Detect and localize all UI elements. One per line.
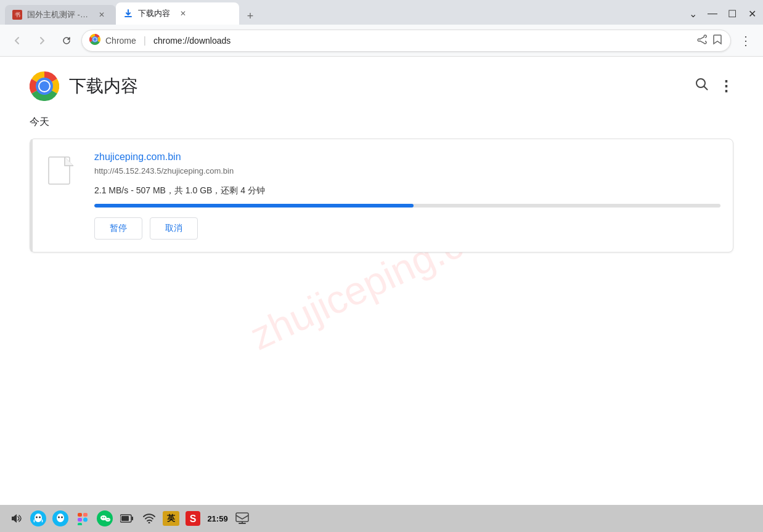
tab-active-label: 下载内容 (138, 8, 170, 19)
tab-close-inactive[interactable]: ✕ (96, 9, 107, 20)
tab-inactive[interactable]: 书 国外主机测评 - 国外 ✕ (5, 5, 116, 25)
page-title: 下载内容 (69, 75, 138, 98)
svg-point-35 (149, 522, 150, 524)
taskbar-wechat-icon[interactable] (96, 510, 113, 527)
download-status: 2.1 MB/s - 507 MB，共 1.0 GB，还剩 4 分钟 (94, 185, 720, 196)
svg-point-29 (104, 517, 105, 518)
svg-point-12 (36, 517, 38, 518)
section-today: 今天 (30, 116, 733, 129)
minimize-button[interactable]: — (706, 7, 719, 20)
download-url: http://45.152.243.5/zhujiceping.com.bin (94, 166, 720, 175)
tab-active[interactable]: 下载内容 ✕ (116, 2, 239, 25)
taskbar: 英 S 21:59 (0, 505, 763, 532)
taskbar-qq-icon-2[interactable] (52, 510, 69, 527)
tab-close-active[interactable]: ✕ (177, 8, 189, 19)
svg-rect-20 (78, 513, 82, 517)
svg-point-14 (36, 519, 41, 522)
taskbar-time: 21:59 (206, 514, 229, 523)
new-tab-button[interactable]: + (242, 7, 259, 25)
titlebar: 书 国外主机测评 - 国外 ✕ 下载内容 ✕ + ⌄ — ☐ ✕ (0, 0, 763, 25)
progress-bar-container (94, 204, 720, 208)
bookmark-icon[interactable] (712, 34, 723, 47)
taskbar-qq-icon-1[interactable] (30, 510, 47, 527)
svg-rect-21 (83, 513, 88, 517)
tab-inactive-label: 国外主机测评 - 国外 (27, 9, 89, 20)
address-favicon (89, 34, 100, 47)
taskbar-language-badge[interactable]: 英 (163, 511, 179, 526)
address-bar-actions (696, 34, 723, 47)
reload-button[interactable] (57, 31, 76, 50)
svg-rect-33 (121, 516, 129, 521)
share-icon[interactable] (696, 34, 707, 47)
navbar: Chrome | chrome://downloads ⋮ (0, 25, 763, 57)
svg-point-31 (108, 519, 110, 520)
search-button[interactable] (695, 78, 709, 95)
forward-button[interactable] (32, 31, 52, 50)
download-actions: 暂停 取消 (94, 217, 720, 240)
svg-rect-38 (236, 513, 248, 522)
svg-point-19 (58, 519, 63, 522)
download-card: zhujiceping.com.bin http://45.152.243.5/… (30, 139, 733, 252)
svg-rect-22 (78, 518, 82, 522)
card-left-border (30, 139, 33, 252)
address-separator: | (144, 35, 146, 46)
taskbar-wifi-icon[interactable] (141, 510, 158, 527)
downloads-page: zhujiceping.com 下载内容 ⋮ 今天 (0, 57, 763, 505)
svg-point-13 (39, 517, 41, 518)
chevron-down-icon[interactable]: ⌄ (687, 7, 699, 20)
progress-bar-fill (94, 204, 414, 208)
page-actions: ⋮ (695, 78, 733, 95)
svg-text:S: S (190, 514, 197, 524)
svg-point-3 (93, 38, 96, 41)
svg-point-23 (83, 518, 88, 522)
back-button[interactable] (7, 31, 27, 50)
svg-point-27 (105, 518, 110, 522)
address-url-text: chrome://downloads (153, 36, 231, 46)
close-button[interactable]: ✕ (746, 7, 758, 20)
taskbar-battery-icon[interactable] (118, 510, 136, 527)
tab-favicon-active (123, 9, 133, 18)
taskbar-sogou-icon[interactable]: S (184, 510, 202, 527)
svg-point-18 (61, 517, 63, 518)
svg-rect-24 (78, 523, 82, 525)
svg-point-17 (58, 517, 60, 518)
taskbar-notification-button[interactable] (234, 510, 251, 527)
taskbar-figma-icon[interactable] (74, 510, 91, 527)
download-filename[interactable]: zhujiceping.com.bin (94, 151, 720, 163)
address-bar[interactable]: Chrome | chrome://downloads (81, 30, 731, 52)
address-brand-text: Chrome (105, 36, 136, 46)
svg-point-28 (102, 517, 104, 518)
svg-point-7 (39, 81, 49, 91)
page-header: 下载内容 ⋮ (30, 71, 733, 101)
file-icon (43, 151, 80, 195)
pause-button[interactable]: 暂停 (94, 217, 142, 240)
download-info: zhujiceping.com.bin http://45.152.243.5/… (94, 151, 720, 240)
tab-favicon-inactive: 书 (12, 10, 22, 20)
more-options-button[interactable]: ⋮ (719, 78, 733, 95)
maximize-button[interactable]: ☐ (726, 7, 738, 20)
taskbar-sound-icon[interactable] (7, 510, 25, 527)
window-controls: ⌄ — ☐ ✕ (687, 7, 758, 20)
cancel-button[interactable]: 取消 (150, 217, 198, 240)
svg-point-30 (107, 519, 108, 520)
chrome-logo (30, 71, 59, 101)
svg-rect-34 (132, 517, 134, 520)
chrome-menu-button[interactable]: ⋮ (736, 31, 756, 50)
